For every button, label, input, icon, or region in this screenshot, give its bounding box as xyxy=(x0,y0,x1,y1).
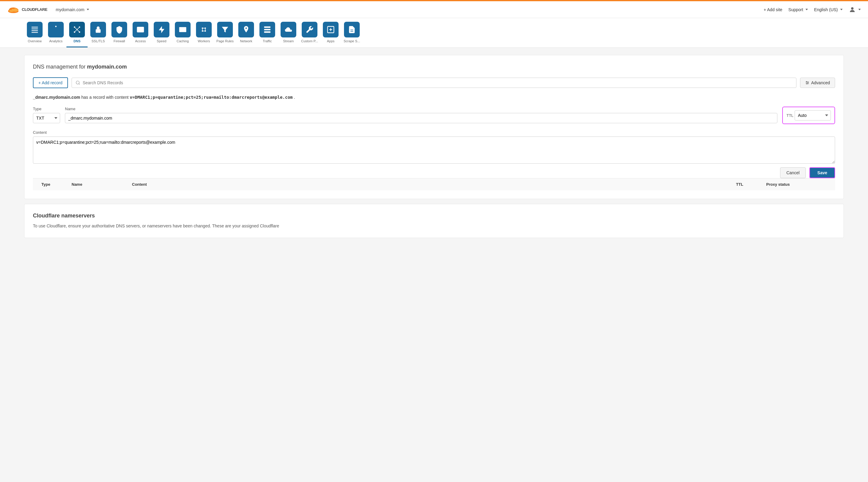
info-domain: _dmarc.mydomain.com xyxy=(33,95,80,100)
access-icon xyxy=(136,25,145,34)
pagerules-label: Page Rules xyxy=(217,39,234,43)
name-group: Name xyxy=(65,107,777,123)
stream-label: Stream xyxy=(283,39,293,43)
nav-item-stream[interactable]: Stream xyxy=(278,22,299,47)
nav-item-pagerules[interactable]: Page Rules xyxy=(214,22,236,47)
speed-label: Speed xyxy=(157,39,166,43)
svg-line-17 xyxy=(78,28,79,29)
type-select[interactable]: TXT xyxy=(33,113,60,123)
overview-icon-box xyxy=(27,22,42,37)
name-input[interactable] xyxy=(65,113,777,123)
traffic-icon-box xyxy=(259,22,275,37)
apps-icon-box xyxy=(323,22,339,37)
support-button[interactable]: Support xyxy=(788,7,808,12)
firewall-icon-box xyxy=(112,22,127,37)
doc-icon xyxy=(348,25,356,34)
language-label: English (US) xyxy=(814,7,838,12)
nav-item-workers[interactable]: Workers xyxy=(193,22,214,47)
lightning-icon xyxy=(157,25,166,34)
workers-icon xyxy=(199,25,208,34)
filter-icon xyxy=(221,25,229,34)
nav-item-custompages[interactable]: Custom P... xyxy=(299,22,320,47)
add-site-button[interactable]: + Add site xyxy=(764,7,782,12)
firewall-label: Firewall xyxy=(114,39,125,43)
svg-point-47 xyxy=(806,81,807,82)
nav-item-analytics[interactable]: Analytics xyxy=(45,22,66,47)
cancel-button[interactable]: Cancel xyxy=(780,167,806,178)
language-button[interactable]: English (US) xyxy=(814,7,843,12)
domain-name: mydomain.com xyxy=(56,7,85,12)
svg-point-12 xyxy=(74,27,75,28)
shield-icon xyxy=(115,25,124,34)
svg-rect-26 xyxy=(185,29,185,31)
nav-item-network[interactable]: Network xyxy=(236,22,257,47)
info-content: v=DMARC1;p=quarantine;pct=25;rua=mailto:… xyxy=(130,95,293,100)
type-group: Type TXT xyxy=(33,107,60,123)
svg-line-18 xyxy=(75,30,76,31)
nav-item-ssl[interactable]: SSL/TLS xyxy=(88,22,109,47)
nameservers-card: Cloudflare nameservers To use Cloudflare… xyxy=(24,204,844,238)
traffic-label: Traffic xyxy=(263,39,272,43)
nav-item-apps[interactable]: Apps xyxy=(320,22,341,47)
svg-rect-8 xyxy=(32,30,38,31)
nav-item-firewall[interactable]: Firewall xyxy=(109,22,130,47)
svg-rect-35 xyxy=(264,27,271,28)
ttl-group: TTL Auto xyxy=(782,107,835,124)
scrape-label: Scrape S... xyxy=(344,39,360,43)
nav-item-traffic[interactable]: Traffic xyxy=(257,22,278,47)
chart-icon xyxy=(52,25,60,34)
caching-icon-box xyxy=(175,22,191,37)
search-icon xyxy=(75,80,80,85)
svg-point-5 xyxy=(851,7,854,10)
table-col-type: Type xyxy=(41,182,71,187)
save-button[interactable]: Save xyxy=(809,167,835,178)
ttl-label: TTL xyxy=(786,113,794,118)
svg-point-48 xyxy=(808,83,808,83)
ttl-select[interactable]: Auto xyxy=(795,110,831,121)
nav-item-scrape[interactable]: Scrape S... xyxy=(341,22,363,47)
svg-point-29 xyxy=(202,30,203,32)
header-right: + Add site Support English (US) xyxy=(764,6,861,13)
domain-selector[interactable]: mydomain.com xyxy=(56,7,89,12)
nav-item-access[interactable]: Access xyxy=(130,22,151,47)
table-col-ttl: TTL xyxy=(736,182,766,187)
stream-icon-box xyxy=(281,22,296,37)
account-button[interactable] xyxy=(849,6,861,13)
network-icon-box xyxy=(238,22,254,37)
ssl-icon-box xyxy=(90,22,106,37)
nav-item-dns[interactable]: DNS xyxy=(66,22,88,47)
header: CLOUDFLARE mydomain.com + Add site Suppo… xyxy=(0,1,868,18)
svg-point-43 xyxy=(76,81,80,84)
custompages-icon-box xyxy=(302,22,317,37)
custompages-label: Custom P... xyxy=(301,39,318,43)
info-row: _dmarc.mydomain.com has a record with co… xyxy=(33,94,835,101)
svg-point-15 xyxy=(79,31,80,33)
svg-rect-20 xyxy=(96,29,100,33)
content-textarea[interactable]: v=DMARC1;p=quarantine;pct=25;rua=mailto:… xyxy=(33,136,835,164)
nav-item-speed[interactable]: Speed xyxy=(151,22,172,47)
add-site-label: + Add site xyxy=(764,7,782,12)
nav-item-overview[interactable]: Overview xyxy=(24,22,45,47)
table-header: Type Name Content TTL Proxy status xyxy=(33,178,835,190)
title-prefix: DNS management for xyxy=(33,64,87,70)
svg-point-30 xyxy=(205,30,206,32)
access-icon-box xyxy=(132,22,148,37)
lock-icon xyxy=(94,25,102,34)
advanced-button[interactable]: Advanced xyxy=(800,77,835,88)
add-record-button[interactable]: + Add record xyxy=(33,77,68,88)
user-icon xyxy=(849,6,856,13)
svg-line-16 xyxy=(75,28,76,29)
name-label: Name xyxy=(65,107,777,111)
search-input[interactable] xyxy=(83,80,793,85)
overview-label: Overview xyxy=(28,39,42,43)
access-label: Access xyxy=(135,39,146,43)
type-label: Type xyxy=(33,107,60,111)
list-icon xyxy=(31,25,39,34)
dns-label: DNS xyxy=(73,39,80,43)
language-dropdown-icon xyxy=(840,9,843,10)
svg-point-11 xyxy=(76,29,78,31)
nav-item-caching[interactable]: Caching xyxy=(172,22,193,47)
svg-point-10 xyxy=(55,26,57,27)
search-box xyxy=(71,77,797,88)
table-col-proxy-status: Proxy status xyxy=(766,182,827,187)
